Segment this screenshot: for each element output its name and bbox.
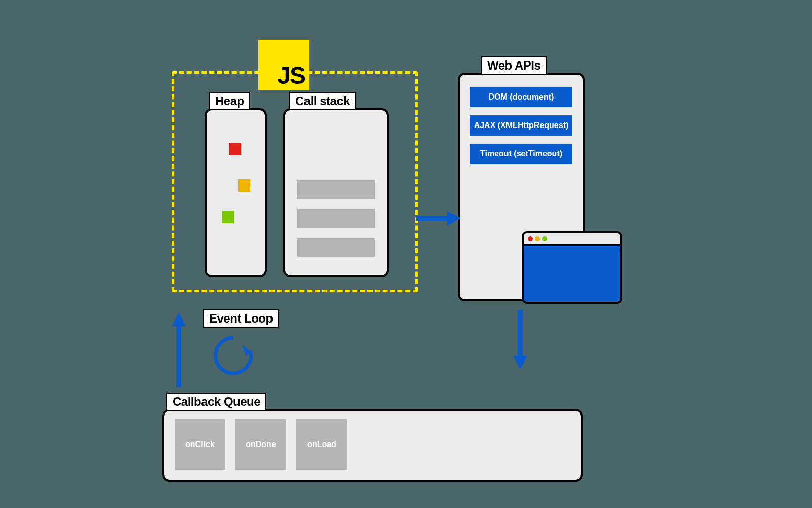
heap-label: Heap — [209, 92, 250, 110]
web-apis-label: Web APIs — [481, 56, 547, 75]
browser-titlebar — [524, 233, 620, 246]
call-stack-frame — [297, 209, 375, 228]
svg-marker-4 — [513, 356, 527, 370]
heap-object-2 — [238, 179, 250, 192]
js-badge: JS — [258, 40, 309, 90]
arrow-to-call-stack-icon — [168, 311, 189, 387]
traffic-light-red-icon — [528, 236, 533, 241]
call-stack-label: Call stack — [289, 92, 356, 110]
web-api-item: DOM (document) — [470, 87, 572, 107]
arrow-to-web-apis-icon — [416, 208, 461, 229]
call-stack-frame — [297, 238, 375, 257]
web-api-item: Timeout (setTimeout) — [470, 144, 572, 164]
diagram-root: JS Heap Call stack DOM (document) AJAX (… — [0, 0, 812, 508]
web-api-item: AJAX (XMLHttpRequest) — [470, 115, 572, 136]
traffic-light-green-icon — [542, 236, 547, 241]
callback-item: onLoad — [296, 419, 347, 470]
svg-marker-2 — [447, 211, 461, 226]
arrow-to-callback-queue-icon — [510, 310, 530, 371]
heap-object-3 — [222, 211, 234, 223]
heap-object-1 — [229, 143, 241, 155]
event-loop-arrow-icon — [206, 330, 261, 381]
heap-panel — [205, 108, 267, 277]
js-badge-text: JS — [277, 61, 305, 89]
svg-marker-6 — [172, 312, 186, 326]
svg-marker-0 — [242, 345, 250, 357]
event-loop-label: Event Loop — [203, 309, 279, 328]
callback-queue-label: Callback Queue — [166, 393, 266, 411]
callback-item: onDone — [235, 419, 286, 470]
browser-window-icon — [522, 231, 622, 304]
traffic-light-yellow-icon — [535, 236, 540, 241]
call-stack-panel — [283, 108, 389, 277]
callback-queue-panel: onClick onDone onLoad — [162, 409, 583, 482]
callback-item: onClick — [175, 419, 225, 470]
call-stack-frame — [297, 180, 375, 199]
